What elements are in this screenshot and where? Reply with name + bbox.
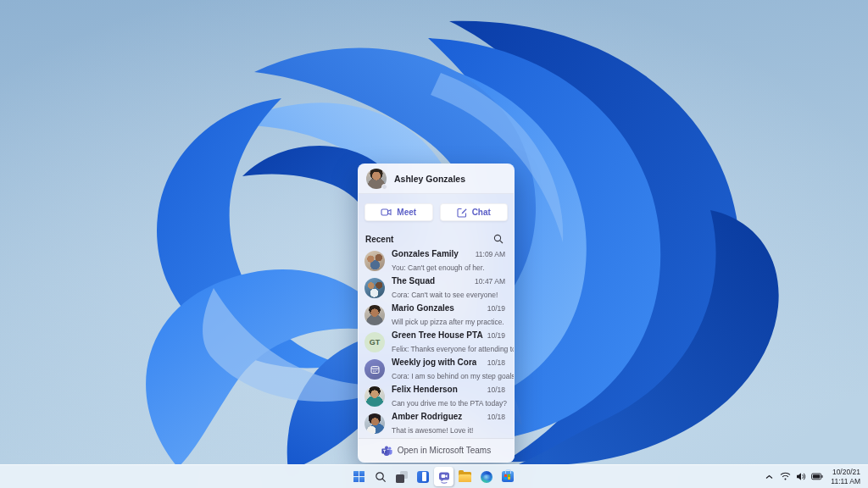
windows-logo-icon <box>353 471 364 482</box>
conversation-title: Weekly jog with Cora <box>392 358 476 367</box>
group-photo-avatar <box>364 251 385 271</box>
system-tray: 10/20/21 11:11 AM <box>755 465 868 488</box>
conversation-preview: Will pick up pizza after my practice. <box>392 318 504 326</box>
status-badge <box>381 184 387 190</box>
conversation-timestamp: 10/18 <box>487 358 505 367</box>
tray-time: 11:11 AM <box>831 477 860 485</box>
conversation-timestamp: 10/18 <box>487 385 505 394</box>
video-camera-icon <box>381 208 392 217</box>
conversation-preview: Cora: I am so behind on my step goals. <box>392 372 514 380</box>
tray-chevron-up-icon[interactable] <box>763 470 775 484</box>
conversation-preview: Cora: Can't wait to see everyone! <box>392 291 498 299</box>
file-explorer-button[interactable] <box>455 467 475 486</box>
folder-icon <box>459 472 471 482</box>
search-button[interactable] <box>370 467 390 486</box>
conversation-title: The Squad <box>392 276 435 286</box>
open-in-teams-label: Open in Microsoft Teams <box>398 446 491 455</box>
calendar-icon-avatar <box>364 359 385 380</box>
chat-button[interactable]: Chat <box>440 203 509 221</box>
calendar-icon <box>370 365 380 374</box>
taskbar: 10/20/21 11:11 AM <box>0 464 868 488</box>
conversation-gonzales-family[interactable]: Gonzales Family 11:09 AM You: Can't get … <box>359 247 514 274</box>
user-name: Ashley Gonzales <box>394 174 465 184</box>
conversation-list: Gonzales Family 11:09 AM You: Can't get … <box>359 247 514 438</box>
store-icon <box>502 471 514 482</box>
task-view-button[interactable] <box>392 467 411 486</box>
edge-button[interactable] <box>476 467 496 486</box>
conversation-title: Felix Henderson <box>392 385 458 394</box>
conversation-timestamp: 10/19 <box>487 331 505 340</box>
recent-header: Recent <box>359 227 514 247</box>
search-icon[interactable] <box>492 233 504 245</box>
tray-date: 10/20/21 <box>832 468 860 476</box>
conversation-preview: That is awesome! Love it! <box>392 426 473 435</box>
meet-button-label: Meet <box>397 208 416 217</box>
teams-chat-icon <box>437 470 451 484</box>
conversation-title: Gonzales Family <box>392 249 459 258</box>
conversation-amber-rodriguez[interactable]: Amber Rodriguez 10/18 That is awesome! L… <box>359 410 514 437</box>
conversation-the-squad[interactable]: The Squad 10:47 AM Cora: Can't wait to s… <box>359 274 514 302</box>
user-avatar[interactable] <box>366 169 387 189</box>
battery-icon[interactable] <box>811 470 823 484</box>
wifi-icon[interactable] <box>779 470 791 484</box>
clock[interactable]: 10/20/21 11:11 AM <box>827 468 860 485</box>
conversation-timestamp: 10/19 <box>487 304 505 313</box>
initials-avatar: GT <box>364 332 385 352</box>
conversation-title: Mario Gonzales <box>392 303 454 313</box>
conversation-title: Green Tree House PTA <box>392 330 483 340</box>
recent-label: Recent <box>365 235 393 244</box>
meet-button[interactable]: Meet <box>364 203 433 221</box>
teams-icon <box>381 446 392 456</box>
photo-avatar <box>364 386 385 407</box>
conversation-preview: Can you drive me to the PTA today? <box>392 399 507 408</box>
photo-avatar <box>364 413 385 434</box>
open-in-teams-button[interactable]: Open in Microsoft Teams <box>359 438 514 462</box>
conversation-timestamp: 10:47 AM <box>475 277 505 286</box>
widgets-button[interactable] <box>413 467 432 486</box>
start-button[interactable] <box>349 467 369 486</box>
group-photo-avatar <box>364 278 385 298</box>
edge-icon <box>481 471 492 483</box>
chat-button-label: Chat <box>472 208 491 217</box>
conversation-timestamp: 10/18 <box>487 413 505 421</box>
conversation-felix-henderson[interactable]: Felix Henderson 10/18 Can you drive me t… <box>359 383 514 410</box>
flyout-header: Ashley Gonzales <box>359 164 514 194</box>
widgets-icon <box>417 471 429 483</box>
conversation-timestamp: 11:09 AM <box>476 250 505 258</box>
photo-avatar <box>364 305 385 325</box>
volume-icon[interactable] <box>795 470 807 484</box>
compose-icon <box>457 208 467 218</box>
desktop: Ashley Gonzales Meet Chat Recent <box>0 0 868 488</box>
store-button[interactable] <box>498 467 517 486</box>
task-view-icon <box>396 471 408 483</box>
conversation-green-tree-house-pta[interactable]: GT Green Tree House PTA 10/19 Felix: Tha… <box>359 329 514 356</box>
action-buttons: Meet Chat <box>359 194 514 227</box>
conversation-title: Amber Rodriguez <box>392 412 462 421</box>
search-icon <box>375 471 387 483</box>
conversation-mario-gonzales[interactable]: Mario Gonzales 10/19 Will pick up pizza … <box>359 302 514 329</box>
conversation-weekly-jog[interactable]: Weekly jog with Cora 10/18 Cora: I am so… <box>359 356 514 383</box>
teams-chat-flyout: Ashley Gonzales Meet Chat Recent <box>358 164 515 463</box>
conversation-preview: You: Can't get enough of her. <box>392 263 485 272</box>
taskbar-center-icons <box>349 465 517 488</box>
conversation-preview: Felix: Thanks everyone for attending tod… <box>392 345 514 353</box>
chat-taskbar-button[interactable] <box>434 467 453 486</box>
